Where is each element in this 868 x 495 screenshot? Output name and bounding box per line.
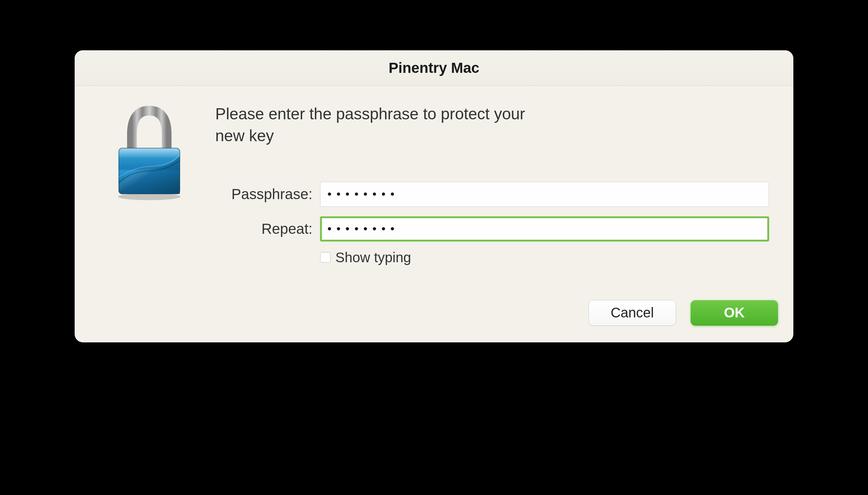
- svg-rect-2: [119, 148, 180, 159]
- passphrase-input[interactable]: [320, 182, 769, 207]
- lock-icon: [111, 103, 187, 200]
- icon-column: [111, 103, 187, 272]
- passphrase-label: Passphrase:: [215, 186, 312, 203]
- show-typing-label[interactable]: Show typing: [335, 250, 411, 265]
- form-grid: Passphrase: Repeat: Show typing: [215, 182, 769, 265]
- dialog-title: Pinentry Mac: [389, 60, 479, 76]
- repeat-label: Repeat:: [215, 221, 312, 237]
- show-typing-row: Show typing: [320, 250, 769, 265]
- ok-button[interactable]: OK: [691, 300, 778, 326]
- form-column: Please enter the passphrase to protect y…: [215, 103, 769, 272]
- cancel-button[interactable]: Cancel: [589, 300, 676, 326]
- prompt-text: Please enter the passphrase to protect y…: [215, 103, 528, 147]
- button-row: Cancel OK: [75, 286, 793, 342]
- repeat-input[interactable]: [320, 216, 769, 241]
- dialog-content: Please enter the passphrase to protect y…: [75, 86, 793, 286]
- title-bar: Pinentry Mac: [75, 50, 793, 86]
- pinentry-dialog: Pinentry Mac: [75, 50, 793, 342]
- show-typing-checkbox[interactable]: [320, 252, 331, 263]
